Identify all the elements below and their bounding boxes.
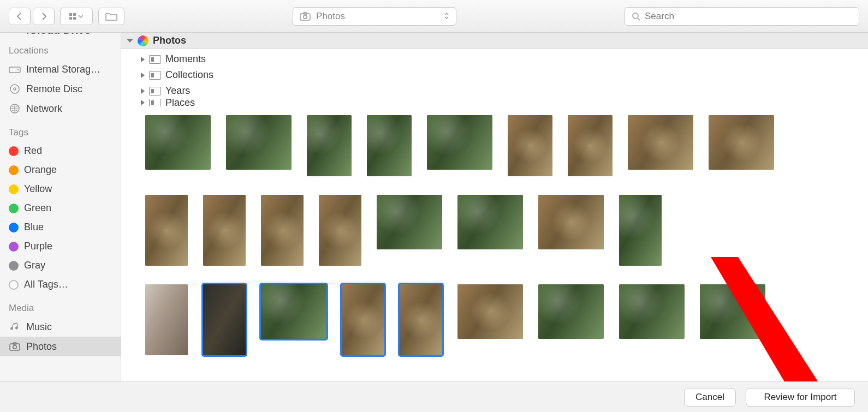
thumbnail-image [709, 115, 774, 170]
thumbnail-image [226, 115, 292, 170]
svg-point-5 [17, 69, 19, 71]
photo-thumbnail[interactable] [377, 195, 442, 249]
review-for-import-button[interactable]: Review for Import [746, 388, 855, 407]
tree-item-moments[interactable]: Moments [121, 51, 868, 67]
grid-row [127, 284, 859, 355]
photo-thumbnail[interactable] [568, 115, 613, 176]
photo-thumbnail[interactable] [261, 195, 304, 266]
sidebar-tag-green[interactable]: Green [0, 199, 121, 218]
thumbnail-image [457, 284, 523, 339]
photo-thumbnail[interactable] [145, 284, 188, 355]
thumbnail-image [700, 284, 765, 339]
disclosure-down-icon [127, 39, 133, 43]
tree-item-partial[interactable]: Places [121, 99, 868, 106]
chevron-left-icon [16, 13, 23, 20]
photo-grid[interactable] [121, 111, 868, 381]
sidebar-tag-gray[interactable]: Gray [0, 256, 121, 275]
search-input[interactable] [645, 11, 852, 22]
disclosure-right-icon [141, 57, 145, 62]
photo-thumbnail[interactable] [619, 195, 662, 266]
album-icon [149, 99, 161, 106]
photo-thumbnail[interactable] [203, 284, 246, 355]
cancel-button[interactable]: Cancel [684, 388, 736, 407]
content: Photos Moments Collections Years Plac [121, 33, 868, 381]
photo-thumbnail[interactable] [307, 115, 352, 176]
thumbnail-image [568, 115, 613, 176]
tree-item-collections[interactable]: Collections [121, 67, 868, 83]
sidebar-item-music[interactable]: Music [0, 317, 121, 337]
photo-thumbnail[interactable] [538, 195, 604, 249]
location-select[interactable]: Photos [293, 7, 456, 26]
camera-icon [9, 341, 21, 353]
sidebar-item-label: Red [24, 145, 42, 157]
svg-point-11 [13, 345, 16, 349]
view-mode-button[interactable] [60, 8, 93, 25]
sidebar-tag-purple[interactable]: Purple [0, 237, 121, 256]
photo-thumbnail[interactable] [261, 284, 326, 339]
sidebar-item-photos[interactable]: Photos [0, 337, 121, 356]
photo-thumbnail[interactable] [508, 115, 552, 176]
sidebar-tag-red[interactable]: Red [0, 141, 121, 160]
tree-root[interactable]: Photos [121, 33, 868, 49]
toolbar: Photos [0, 0, 868, 33]
photo-thumbnail[interactable] [400, 284, 442, 355]
photo-thumbnail[interactable] [427, 115, 492, 170]
thumbnail-image [145, 195, 188, 266]
chevron-down-icon [78, 14, 84, 19]
sidebar-item-label: Gray [24, 260, 45, 271]
grid-row [127, 195, 859, 266]
sidebar-item-remote-disc[interactable]: Remote Disc [0, 79, 121, 99]
thumbnail-image [628, 115, 693, 170]
tree-item-label: Moments [165, 53, 206, 65]
photo-thumbnail[interactable] [342, 284, 384, 355]
new-folder-button[interactable] [98, 8, 124, 25]
photo-thumbnail[interactable] [709, 115, 774, 170]
album-icon [149, 71, 161, 80]
select-chevrons-icon [444, 11, 449, 21]
sidebar-item-network[interactable]: Network [0, 99, 121, 118]
thumbnail-image [307, 115, 352, 176]
photo-thumbnail[interactable] [700, 284, 765, 339]
sidebar-item-label: Purple [24, 241, 52, 252]
photo-thumbnail[interactable] [628, 115, 693, 170]
photo-thumbnail[interactable] [226, 115, 292, 170]
photos-app-icon [138, 35, 148, 46]
thumbnail-image [538, 284, 604, 339]
tree-item-years[interactable]: Years [121, 83, 868, 99]
sidebar: iCloud Drive Locations Internal Storag… … [0, 33, 121, 381]
location-label: Photos [316, 11, 345, 22]
back-button[interactable] [9, 8, 31, 25]
sidebar-item-label: Music [26, 321, 52, 333]
photo-thumbnail[interactable] [145, 115, 211, 170]
search-icon [632, 12, 640, 21]
forward-button[interactable] [33, 8, 55, 25]
sidebar-item-label: Network [26, 103, 62, 115]
photo-thumbnail[interactable] [538, 284, 604, 339]
thumbnail-image [261, 195, 304, 266]
album-icon [149, 55, 161, 64]
tag-dot-icon [9, 242, 19, 252]
photo-thumbnail[interactable] [367, 115, 412, 176]
thumbnail-image [261, 284, 326, 339]
photo-thumbnail[interactable] [457, 284, 523, 339]
photo-thumbnail[interactable] [619, 284, 685, 339]
photo-thumbnail[interactable] [203, 195, 246, 266]
thumbnail-image [377, 195, 442, 249]
sidebar-item-label: Orange [24, 164, 57, 176]
sidebar-section-media: Media [0, 300, 121, 317]
thumbnail-image [319, 195, 361, 266]
sidebar-top-clipped-item[interactable]: iCloud Drive [0, 33, 121, 42]
svg-rect-9 [10, 344, 20, 350]
photo-thumbnail[interactable] [145, 195, 188, 266]
sidebar-tag-yellow[interactable]: Yellow [0, 180, 121, 199]
photo-thumbnail[interactable] [457, 195, 523, 249]
sidebar-item-label: Remote Disc [26, 83, 82, 95]
sidebar-tag-blue[interactable]: Blue [0, 218, 121, 237]
sidebar-item-label: Blue [24, 222, 44, 233]
tree-children: Moments Collections Years Places [121, 49, 868, 111]
sidebar-tag-all-tags-[interactable]: All Tags… [0, 275, 121, 294]
search-field[interactable] [625, 7, 859, 26]
sidebar-item-internal-storage[interactable]: Internal Storag… [0, 59, 121, 79]
sidebar-tag-orange[interactable]: Orange [0, 160, 121, 180]
photo-thumbnail[interactable] [319, 195, 361, 266]
